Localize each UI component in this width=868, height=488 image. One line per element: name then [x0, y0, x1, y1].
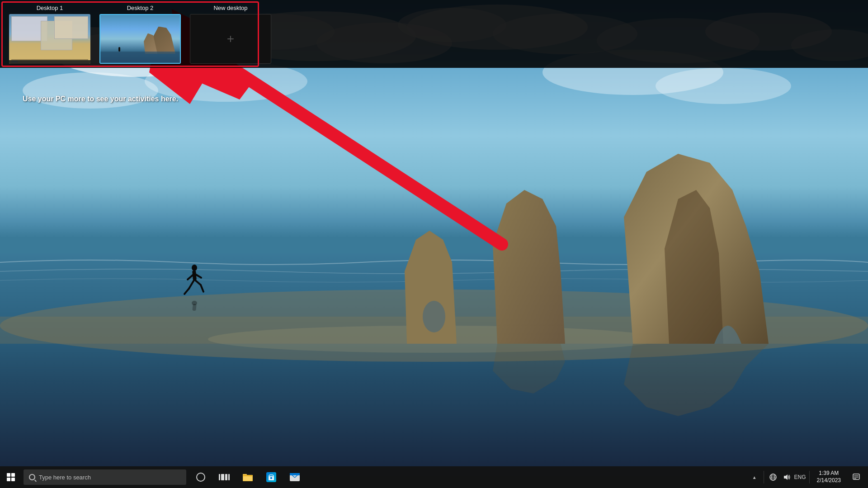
clock-date: 2/14/2023: [817, 477, 841, 484]
clock-time: 1:39 AM: [819, 470, 839, 477]
search-placeholder-text: Type here to search: [39, 474, 91, 481]
mail-button[interactable]: [284, 466, 306, 488]
file-explorer-icon: [243, 473, 253, 481]
new-desktop-item[interactable]: New desktop +: [190, 5, 271, 64]
mail-icon: [290, 473, 300, 481]
desktop-2-label: Desktop 2: [127, 5, 154, 11]
activities-label: Use your PC more to see your activities …: [23, 95, 178, 103]
search-icon: [29, 474, 35, 480]
desktop-1-preview: [9, 14, 90, 64]
svg-point-13: [23, 72, 158, 109]
network-icon[interactable]: [768, 472, 778, 483]
tray-separator: [764, 471, 764, 483]
task-view-button[interactable]: [213, 466, 235, 488]
cortana-icon: [196, 473, 205, 482]
speaker-icon: [783, 474, 790, 481]
desktop-2-item[interactable]: Desktop 2: [99, 5, 181, 64]
globe-icon: [769, 474, 777, 481]
svg-rect-44: [243, 475, 252, 476]
svg-point-16: [656, 68, 791, 104]
windows-logo-icon: [7, 473, 15, 481]
search-bar[interactable]: Type here to search: [24, 469, 186, 485]
svg-point-28: [192, 265, 197, 271]
wallpaper: [0, 0, 868, 488]
show-hidden-icons-button[interactable]: ▲: [749, 472, 760, 483]
volume-icon[interactable]: [781, 472, 792, 483]
desktop-2-thumbnail[interactable]: [99, 14, 181, 64]
task-view-icon: [219, 474, 230, 480]
cortana-button[interactable]: [190, 466, 212, 488]
clock[interactable]: 1:39 AM 2/14/2023: [813, 470, 844, 484]
new-desktop-thumbnail[interactable]: +: [190, 14, 271, 64]
action-center-icon: [853, 474, 860, 481]
file-explorer-button[interactable]: [237, 466, 259, 488]
system-tray: ▲ ENG 1:39 A: [749, 466, 868, 488]
desktop-switcher: Desktop 1 Desktop 2: [0, 0, 868, 68]
desktop-1-label: Desktop 1: [37, 5, 63, 11]
desktop-1-item[interactable]: Desktop 1: [9, 5, 90, 64]
svg-rect-46: [270, 477, 272, 479]
language-text: ENG: [794, 474, 806, 480]
tray-separator-2: [809, 471, 810, 483]
taskbar: Type here to search: [0, 466, 868, 488]
desktop-1-thumbnail[interactable]: [9, 14, 90, 64]
svg-rect-37: [192, 304, 196, 311]
store-button[interactable]: [260, 466, 282, 488]
activities-text: Use your PC more to see your activities …: [23, 95, 178, 103]
desktop-2-preview: [100, 15, 180, 63]
action-center-button[interactable]: [847, 466, 865, 488]
language-label[interactable]: ENG: [795, 472, 806, 483]
svg-point-25: [423, 301, 445, 332]
svg-marker-56: [784, 474, 788, 480]
new-desktop-label: New desktop: [213, 5, 247, 11]
start-button[interactable]: [0, 466, 22, 488]
store-icon: [266, 472, 276, 482]
taskbar-icons-group: [190, 466, 306, 488]
